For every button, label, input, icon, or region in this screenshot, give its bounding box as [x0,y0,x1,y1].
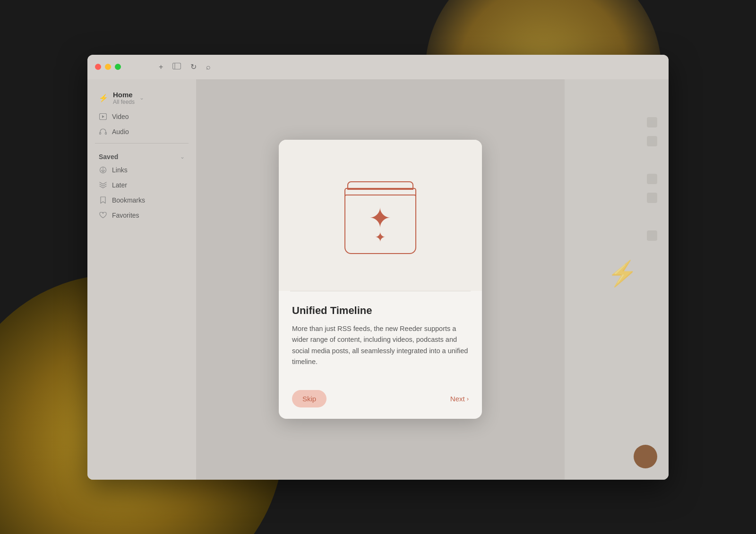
modal-card: ✦ ✦ Unified Timeline More than just RSS … [279,140,482,419]
close-button[interactable] [95,64,101,70]
right-icon-1: ○ [647,117,657,127]
sidebar-item-video[interactable]: Video [91,109,192,124]
sidebar-divider [95,143,189,144]
lightning-icon: ⚡ [99,93,108,102]
app-icon: ✦ ✦ [342,181,420,259]
minimize-button[interactable] [105,64,111,70]
sparkle-group: ✦ ✦ [369,204,392,244]
content-area: ✦ ✦ Unified Timeline More than just RSS … [196,79,565,480]
modal-illustration: ✦ ✦ [279,140,482,291]
modal-description: More than just RSS feeds, the new Reeder… [292,323,469,367]
links-icon [99,166,107,174]
sidebar: ⚡ Home All feeds ⌄ Video [87,79,196,480]
sidebar-links-label: Links [112,166,128,174]
right-panel-icons: ○ □ □ □ ○ [647,117,657,241]
right-icon-2: □ [647,136,657,146]
sidebar-video-label: Video [112,113,129,120]
modal-body: Unified Timeline More than just RSS feed… [279,291,482,382]
modal-footer: Skip Next › [279,382,482,419]
modal-title: Unified Timeline [292,305,469,317]
right-panel: ○ □ □ □ ○ ⚡ [565,79,669,480]
sidebar-saved-label: Saved [99,153,176,161]
sidebar-item-audio[interactable]: Audio [91,124,192,139]
chevron-down-icon: ⌄ [139,94,144,101]
traffic-lights [95,64,121,70]
sidebar-item-bookmarks[interactable]: Bookmarks [91,193,192,208]
search-icon[interactable]: ⌕ [206,63,211,71]
sidebar-audio-label: Audio [112,128,129,136]
sidebar-later-label: Later [112,181,127,189]
right-icon-3: □ [647,174,657,184]
right-icon-5: ○ [647,230,657,241]
add-tab-icon[interactable]: + [159,63,163,71]
saved-chevron-icon: ⌄ [180,153,185,160]
sidebar-item-favorites[interactable]: Favorites [91,208,192,223]
refresh-icon[interactable]: ↻ [190,62,197,71]
next-label: Next [450,395,465,403]
sidebar-item-links[interactable]: Links [91,162,192,178]
icon-main-box: ✦ ✦ [344,195,416,254]
avatar [634,445,657,468]
sidebar-home-text: Home All feeds [113,91,135,105]
lightning-decoration-icon: ⚡ [607,259,638,288]
next-button[interactable]: Next › [450,395,469,403]
app-window: + ↻ ⌕ ⚡ Home All feeds ⌄ [87,55,669,480]
svg-rect-0 [173,63,181,69]
maximize-button[interactable] [115,64,121,70]
sparkle-large-icon: ✦ [369,204,392,232]
sidebar-favorites-label: Favorites [112,212,139,219]
video-icon [99,112,107,121]
headphones-icon [99,127,107,136]
skip-button[interactable]: Skip [292,390,326,407]
sidebar-saved-section[interactable]: Saved ⌄ [87,147,196,162]
sidebar-item-home[interactable]: ⚡ Home All feeds ⌄ [91,87,192,109]
sparkle-small-icon: ✦ [375,231,386,244]
sidebar-bookmarks-label: Bookmarks [112,196,145,204]
main-content: ⚡ Home All feeds ⌄ Video [87,79,669,480]
title-bar: + ↻ ⌕ [87,55,669,79]
sidebar-home-title: Home [113,91,135,99]
sidebar-item-later[interactable]: Later [91,178,192,193]
sidebar-toggle-icon[interactable] [172,63,181,71]
sidebar-home-subtitle: All feeds [113,99,135,105]
right-icon-4: □ [647,193,657,203]
title-bar-actions: + ↻ ⌕ [159,62,211,71]
modal-overlay: ✦ ✦ Unified Timeline More than just RSS … [196,79,565,480]
layers-icon [99,181,107,189]
svg-marker-3 [102,115,104,118]
bookmark-icon [99,196,107,204]
next-chevron-icon: › [467,395,469,402]
heart-icon [99,211,107,220]
